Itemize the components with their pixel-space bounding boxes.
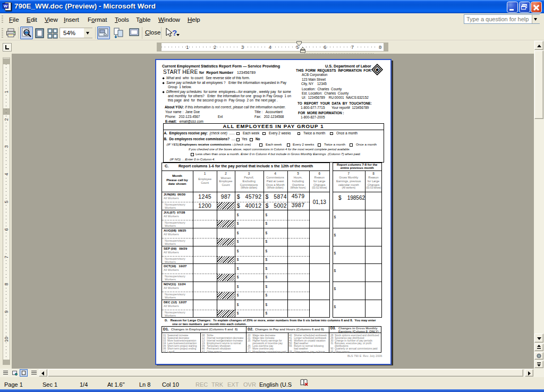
svg-text:★: ★ [375,66,380,73]
